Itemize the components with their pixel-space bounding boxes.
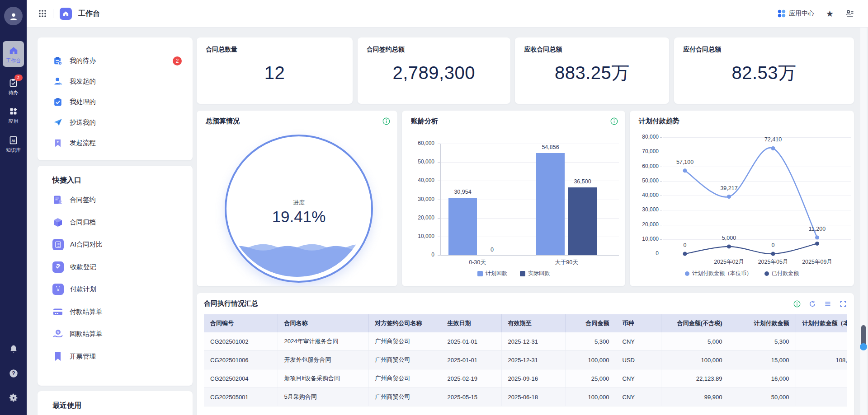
table-header-cell: 合同名称 xyxy=(278,314,368,332)
app-center-button[interactable]: 应用中心 xyxy=(778,9,814,18)
sidebar-item-start-process[interactable]: 发起流程 xyxy=(52,133,185,154)
bar-axis-tick xyxy=(438,218,440,219)
table-cell: CG202501002 xyxy=(204,332,278,351)
line-value-label: 0 xyxy=(753,242,793,248)
rail-item-workbench[interactable]: 工作台 xyxy=(3,41,24,67)
quick-entry-list: 合同签约 合同归档 AI合同对比 xyxy=(52,189,185,368)
legend-item[interactable]: 计划付款金额（本位币） xyxy=(685,270,752,277)
settings-gear-icon[interactable] xyxy=(0,393,27,403)
line-gridline xyxy=(663,152,851,152)
legend-item[interactable]: 实际回款 xyxy=(520,270,550,277)
legend-item[interactable]: 已付款金额 xyxy=(764,270,799,277)
table-cell: CNY xyxy=(616,388,661,406)
page-scrollbar-track[interactable] xyxy=(860,27,867,415)
line-y-tick-label: 10,000 xyxy=(632,236,659,242)
table-cell: 99,900 xyxy=(661,388,729,406)
table-toolbar xyxy=(793,300,847,308)
favorite-star-icon[interactable]: ★ xyxy=(826,9,834,18)
bar-value-label: 0 xyxy=(472,247,513,253)
info-icon[interactable] xyxy=(793,300,801,308)
dashboard-column: 合同总数量 12 合同签约总额 2,789,300 应收合同总额 883.25万… xyxy=(197,37,854,415)
quick-item-label: 付款结算单 xyxy=(70,308,103,316)
notification-bell-icon[interactable] xyxy=(0,344,27,354)
table-header-cell: 合同编号 xyxy=(204,314,278,332)
waffle-menu-icon[interactable] xyxy=(38,9,47,18)
page-scrollbar-knob[interactable] xyxy=(860,343,867,350)
stat-value: 12 xyxy=(206,50,344,96)
rail-item-todo[interactable]: 2 待办 xyxy=(3,77,24,95)
gauge-label: 进度 xyxy=(226,199,371,207)
user-icon xyxy=(9,11,19,21)
gauge-text: 进度 19.41% xyxy=(226,199,371,226)
table-scroll-area[interactable]: 合同编号合同名称对方签约公司名称生效日期有效期至合同金额币种合同金额(不含税)计… xyxy=(204,314,847,406)
line-value-label: 0 xyxy=(665,242,705,248)
line-value-label: 11,200 xyxy=(797,226,838,232)
avatar[interactable] xyxy=(4,7,23,25)
quick-item-payment-plan[interactable]: ¥ 付款计划 xyxy=(52,278,185,301)
sidebar-item-initiated-by-me[interactable]: 我发起的 xyxy=(52,71,185,92)
contact-card-icon[interactable] xyxy=(845,9,854,18)
sidebar-item-cc-to-me[interactable]: 抄送我的 xyxy=(52,112,185,133)
bar-y-tick-label: 20,000 xyxy=(407,214,434,221)
table-header-cell: 合同金额(不含税) xyxy=(661,314,729,332)
table-cell: 广州商贸公司 xyxy=(368,332,441,351)
sidebar-item-my-todo[interactable]: 我的待办 2 xyxy=(52,51,185,71)
table-header-cell: 生效日期 xyxy=(441,314,501,332)
quick-item-label: 开票管理 xyxy=(70,352,96,361)
legend-label: 计划付款金额（本位币） xyxy=(692,270,752,277)
table-cell: CG202505001 xyxy=(204,388,278,406)
quick-item-label: 收款登记 xyxy=(70,263,96,271)
line-value-label: 72,410 xyxy=(753,136,793,143)
table-head: 合同编号合同名称对方签约公司名称生效日期有效期至合同金额币种合同金额(不含税)计… xyxy=(204,314,847,332)
help-icon[interactable]: ? xyxy=(0,368,27,378)
legend-swatch xyxy=(477,271,483,276)
table-header-bar: 合同执行情况汇总 xyxy=(204,299,847,308)
legend-item[interactable]: 计划回款 xyxy=(477,270,507,277)
rail-item-knowledge[interactable]: AI 知识库 xyxy=(3,135,24,153)
info-icon[interactable] xyxy=(382,117,390,127)
table-row[interactable]: CG202501006开发外包服务合同广州商贸公司2025-01-012025-… xyxy=(204,351,847,369)
quick-item-payment-statement[interactable]: 付款结算单 xyxy=(52,301,185,323)
rail-item-apps[interactable]: 应用 xyxy=(3,106,24,124)
table-cell: 15,000 xyxy=(729,351,796,369)
svg-text:AI: AI xyxy=(12,139,15,143)
sidebar-item-processed-by-me[interactable]: 我处理的 xyxy=(52,92,185,112)
table-row[interactable]: CG2025050015月采购合同广州商贸公司2025-05-152025-06… xyxy=(204,388,847,406)
sidebar-item-label: 我发起的 xyxy=(70,77,96,86)
line-value-label: 5,000 xyxy=(709,235,750,241)
table-cell xyxy=(796,369,847,388)
info-icon[interactable] xyxy=(610,117,618,127)
table-cell: USD xyxy=(616,351,661,369)
line-y-tick-label: 0 xyxy=(632,250,659,256)
quick-item-collection-statement[interactable]: ¥ 回款结算单 xyxy=(52,323,185,345)
fullscreen-icon[interactable] xyxy=(840,300,847,308)
table-cell: 50,000 xyxy=(729,388,796,406)
line-y-tick-label: 80,000 xyxy=(632,134,659,140)
check-square-icon xyxy=(52,97,63,107)
refresh-icon[interactable] xyxy=(809,300,816,308)
cube-icon xyxy=(52,217,63,228)
clover-icon xyxy=(778,9,786,18)
quick-item-contract-archive[interactable]: 合同归档 xyxy=(52,211,185,234)
line-x-category-label: 2025年02月 xyxy=(704,258,754,266)
charts-row: 总预算情况 进度 19.41% 账龄分析 xyxy=(197,111,854,286)
workbench-home-icon[interactable] xyxy=(60,8,72,20)
quick-item-contract-signing[interactable]: 合同签约 xyxy=(52,189,185,211)
list-menu-icon[interactable] xyxy=(824,300,831,308)
budget-gauge-card: 总预算情况 进度 19.41% xyxy=(197,111,397,286)
gauge-value: 19.41% xyxy=(226,208,371,226)
table-row[interactable]: CG2025010022024年审计服务合同广州商贸公司2025-01-0120… xyxy=(204,332,847,351)
todo-badge: 2 xyxy=(14,75,23,81)
clipboard-check-icon xyxy=(52,261,64,273)
bookmark-plus-icon xyxy=(52,138,63,149)
table-cell: CNY xyxy=(616,369,661,388)
quick-item-receipt-register[interactable]: 收款登记 xyxy=(52,256,185,279)
quick-entry-card: 快捷入口 合同签约 合同归档 xyxy=(38,166,193,386)
legend-label: 实际回款 xyxy=(528,270,550,277)
table-cell: 5,300 xyxy=(565,332,616,351)
quick-item-ai-contract-compare[interactable]: AI合同对比 xyxy=(52,233,185,256)
table-row[interactable]: CG202502004新项目it设备采购合同广州商贸公司2025-02-1920… xyxy=(204,369,847,388)
table-body: CG2025010022024年审计服务合同广州商贸公司2025-01-0120… xyxy=(204,332,847,406)
quick-item-invoice-management[interactable]: 开票管理 xyxy=(52,345,185,368)
divider xyxy=(53,9,53,18)
